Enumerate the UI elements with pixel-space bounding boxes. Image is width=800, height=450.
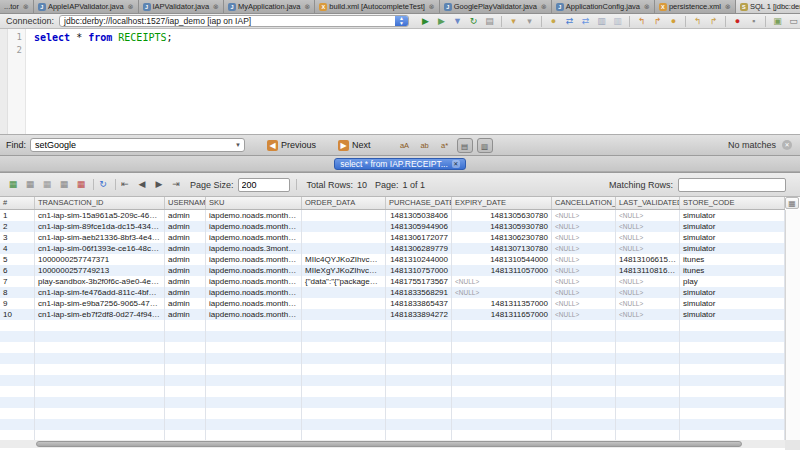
table-cell[interactable] xyxy=(35,397,165,408)
find-input[interactable] xyxy=(31,140,232,150)
table-cell[interactable]: 1 xyxy=(0,210,35,221)
table-row[interactable]: 4cn1-iap-sim-06f1393e-ce16-48cf-91...adm… xyxy=(0,243,785,254)
editor-tab[interactable]: Xbuild.xml [AutocompleteTest]⊗ xyxy=(315,0,439,13)
table-cell[interactable]: <NULL> xyxy=(616,276,680,287)
comment-icon[interactable]: ▣ xyxy=(771,15,784,28)
table-cell[interactable]: 1481306172077 xyxy=(386,232,452,243)
table-cell[interactable]: iapdemo.noads.month.auto xyxy=(206,309,302,320)
table-cell[interactable]: iapdemo.noads.3month.auto xyxy=(206,243,302,254)
table-cell[interactable] xyxy=(616,342,680,353)
table-row[interactable] xyxy=(0,386,785,397)
table-cell[interactable]: admin xyxy=(165,254,206,265)
table-cell[interactable] xyxy=(35,331,165,342)
table-cell[interactable] xyxy=(302,397,386,408)
table-cell[interactable]: iapdemo.noads.month.auto xyxy=(206,287,302,298)
column-header[interactable]: # xyxy=(0,197,35,209)
previous-page-icon[interactable]: ◀ xyxy=(135,178,149,191)
table-cell[interactable] xyxy=(680,320,785,331)
table-cell[interactable] xyxy=(386,342,452,353)
table-cell[interactable]: admin xyxy=(165,265,206,276)
table-row[interactable] xyxy=(0,397,785,408)
table-cell[interactable]: 1481307130780 xyxy=(452,243,552,254)
table-cell[interactable] xyxy=(680,342,785,353)
table-cell[interactable] xyxy=(552,408,616,419)
table-cell[interactable] xyxy=(0,375,35,386)
table-cell[interactable] xyxy=(165,364,206,375)
editor-tab[interactable]: JApplicationConfig.java⊗ xyxy=(552,0,655,13)
table-cell[interactable] xyxy=(552,397,616,408)
editor-tab[interactable]: JMyApplication.java⊗ xyxy=(224,0,315,13)
table-cell[interactable]: <NULL> xyxy=(552,309,616,320)
whole-word-icon[interactable]: ab xyxy=(417,138,433,153)
table-cell[interactable] xyxy=(302,210,386,221)
table-cell[interactable]: simulator xyxy=(680,309,785,320)
table-cell[interactable] xyxy=(0,408,35,419)
column-header[interactable]: TRANSACTION_ID xyxy=(35,197,165,209)
table-cell[interactable]: <NULL> xyxy=(552,210,616,221)
table-cell[interactable]: cn1-iap-sim-89fce1da-dc15-434a-81... xyxy=(35,221,165,232)
table-cell[interactable]: cn1-iap-sim-eb7f2df8-0d27-4f94-95... xyxy=(35,309,165,320)
table-cell[interactable]: <NULL> xyxy=(616,221,680,232)
table-cell[interactable]: simulator xyxy=(680,221,785,232)
editor-tab[interactable]: Xpersistence.xml⊗ xyxy=(655,0,736,13)
refresh-records-icon[interactable]: ↻ xyxy=(96,178,110,191)
table-cell[interactable] xyxy=(0,397,35,408)
table-cell[interactable]: <NULL> xyxy=(452,276,552,287)
table-cell[interactable]: 1481310757000 xyxy=(386,265,452,276)
swap-forward-icon[interactable]: ⇄ xyxy=(579,15,592,28)
table-cell[interactable] xyxy=(386,353,452,364)
table-cell[interactable] xyxy=(165,386,206,397)
table-cell[interactable]: admin xyxy=(165,221,206,232)
table-cell[interactable] xyxy=(680,375,785,386)
table-cell[interactable] xyxy=(302,353,386,364)
table-cell[interactable] xyxy=(616,331,680,342)
table-cell[interactable]: <NULL> xyxy=(552,287,616,298)
table-cell[interactable]: 1481311081617 xyxy=(616,265,680,276)
table-cell[interactable]: iapdemo.noads.month.auto xyxy=(206,298,302,309)
table-cell[interactable] xyxy=(386,408,452,419)
table-cell[interactable]: iapdemo.noads.month.auto xyxy=(206,254,302,265)
close-result-icon[interactable]: ✕ xyxy=(452,160,460,168)
table-cell[interactable] xyxy=(165,419,206,430)
table-cell[interactable]: 1481310661539 xyxy=(616,254,680,265)
table-cell[interactable]: 1481306230780 xyxy=(452,232,552,243)
table-cell[interactable] xyxy=(206,353,302,364)
table-cell[interactable] xyxy=(206,375,302,386)
table-cell[interactable]: simulator xyxy=(680,287,785,298)
table-cell[interactable]: cn1-iap-sim-aeb21336-8bf3-4e41-b... xyxy=(35,232,165,243)
table-cell[interactable]: 1481833568291 xyxy=(386,287,452,298)
horizontal-scrollbar-track[interactable] xyxy=(0,440,785,448)
table-cell[interactable] xyxy=(452,375,552,386)
table-cell[interactable] xyxy=(386,375,452,386)
table-cell[interactable]: itunes xyxy=(680,254,785,265)
page-size-input[interactable] xyxy=(238,178,290,192)
table-row[interactable]: 61000000257749213adminiapdemo.noads.mont… xyxy=(0,265,785,276)
table-cell[interactable]: <NULL> xyxy=(552,298,616,309)
table-row[interactable]: 3cn1-iap-sim-aeb21336-8bf3-4e41-b...admi… xyxy=(0,232,785,243)
vertical-scrollbar-track[interactable] xyxy=(785,210,800,440)
find-previous-button[interactable]: ◀ Previous xyxy=(267,140,316,151)
table-cell[interactable]: 4 xyxy=(0,243,35,254)
table-cell[interactable] xyxy=(0,419,35,430)
table-cell[interactable]: itunes xyxy=(680,265,785,276)
table-cell[interactable]: admin xyxy=(165,232,206,243)
table-cell[interactable] xyxy=(452,408,552,419)
table-cell[interactable] xyxy=(35,342,165,353)
table-cell[interactable] xyxy=(386,419,452,430)
first-page-icon[interactable]: ⇤ xyxy=(118,178,132,191)
table-cell[interactable]: admin xyxy=(165,298,206,309)
table-cell[interactable]: 1481310544000 xyxy=(452,254,552,265)
run-sql-icon[interactable]: ▶ xyxy=(419,15,432,28)
table-cell[interactable]: 10 xyxy=(0,309,35,320)
sql-code-area[interactable]: select * from RECEIPTS; xyxy=(26,29,800,134)
table-cell[interactable]: simulator xyxy=(680,298,785,309)
undo-icon[interactable]: ↰ xyxy=(691,15,704,28)
table-cell[interactable]: <NULL> xyxy=(616,243,680,254)
last-page-icon[interactable]: ⇥ xyxy=(169,178,183,191)
column-picker-icon[interactable]: ▦ xyxy=(785,197,799,209)
sql-filter-icon[interactable]: ▼ xyxy=(451,15,464,28)
table-cell[interactable] xyxy=(386,386,452,397)
table-cell[interactable] xyxy=(452,331,552,342)
table-cell[interactable] xyxy=(552,331,616,342)
editor-tab[interactable]: JIAPValidator.java⊗ xyxy=(139,0,224,13)
